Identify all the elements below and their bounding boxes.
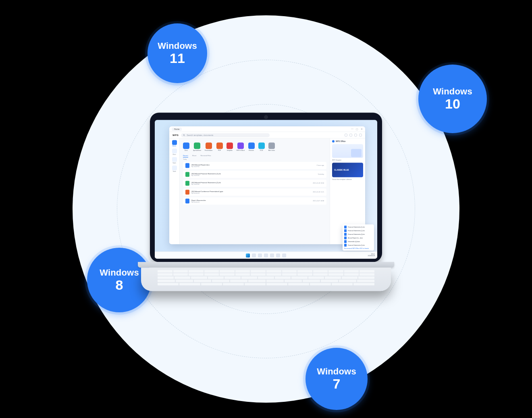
explorer-icon[interactable]: [264, 253, 268, 257]
popup-item-label: Annual Report (1)…docx: [348, 237, 363, 239]
laptop-mockup: Home — ▢ ✕ WPS Search templates, documen…: [150, 113, 382, 291]
tab-share[interactable]: Share: [192, 155, 197, 157]
quick-tile[interactable]: More tools: [268, 142, 275, 151]
popup-item-label: Financial Statements (2).xls: [348, 230, 365, 232]
file-date: 2021-12-10 11:21: [313, 191, 324, 193]
taskview-icon[interactable]: [258, 253, 262, 257]
sidebar-item-tools[interactable]: Tools: [171, 165, 178, 172]
tile-icon: [227, 142, 233, 149]
quick-tile[interactable]: Recover: [248, 142, 255, 151]
popup-item[interactable]: Financial Statements (5).xls: [344, 244, 372, 247]
tile-label: Presentation: [205, 150, 213, 151]
wps-taskbar-icon[interactable]: [282, 253, 286, 257]
store-icon[interactable]: [276, 253, 280, 257]
laptop-keyboard-deck: [141, 268, 391, 291]
recent-popup: Financial Statements (1).xlsFinancial St…: [343, 224, 374, 251]
os-label: Windows: [158, 41, 197, 50]
search-taskbar-icon[interactable]: [252, 253, 256, 257]
webcam-dot: [264, 115, 268, 119]
sidebar-item-docs[interactable]: Docs: [171, 148, 178, 155]
wps-window: Home — ▢ ✕ WPS Search templates, documen…: [169, 126, 365, 244]
edge-icon[interactable]: [270, 253, 274, 257]
tile-icon: [237, 142, 244, 149]
avatar-icon[interactable]: [359, 134, 362, 136]
file-icon: [185, 190, 189, 194]
section-label: Today: [183, 159, 326, 160]
file-path: My Cloud Files: [191, 175, 221, 176]
tile-icon: [206, 142, 212, 149]
popup-item-label: Financial Statements (3).xls: [348, 234, 365, 235]
system-clock: 09:41 2023/05/18: [368, 254, 375, 257]
quick-tile[interactable]: Template: [227, 142, 233, 151]
file-row[interactable]: 2021 Annual Financial Statements (2).xls…: [183, 180, 326, 187]
compatibility-diagram: Windows 11 Windows 10 Windows 8 Windows …: [48, 0, 484, 418]
popup-item[interactable]: Financial Statements (3).xls: [344, 233, 372, 236]
popup-item[interactable]: Annual Report (1)…docx: [344, 236, 372, 239]
search-input[interactable]: Search templates, documents: [181, 133, 270, 137]
search-placeholder: Search templates, documents: [187, 134, 213, 136]
tab-received[interactable]: Received Files: [200, 155, 211, 157]
file-date: 2021-12-07 16:08: [313, 200, 324, 202]
popup-item-label: Deliverable (4).docx: [348, 241, 360, 242]
file-list: 2021 Annual Report.docxMy Cloud Files2 h…: [183, 162, 326, 205]
file-path: My Documents: [191, 201, 206, 203]
tab-recent[interactable]: Recent: [183, 155, 188, 157]
window-close-icon[interactable]: ✕: [361, 127, 363, 130]
os-badge-windows-10: Windows 10: [418, 65, 487, 133]
bell-icon[interactable]: [345, 134, 347, 136]
file-row[interactable]: 2021 Annual Report.docxMy Cloud Files2 h…: [183, 162, 326, 169]
os-badge-windows-7: Windows 7: [305, 348, 368, 410]
quick-tile[interactable]: PDF to Word: [237, 142, 245, 151]
quick-tile[interactable]: PDF: [216, 142, 223, 151]
gear-icon[interactable]: [354, 134, 357, 136]
quick-tile[interactable]: Docs: [183, 142, 189, 151]
tile-label: OCR: [260, 150, 263, 151]
tile-icon: [183, 142, 189, 149]
app-logo: WPS: [172, 134, 179, 136]
file-icon: [185, 163, 189, 168]
popup-item[interactable]: Deliverable (4).docx: [344, 240, 372, 243]
os-label: Windows: [317, 367, 356, 376]
home-icon: [172, 140, 177, 145]
sidebar-item-home[interactable]: Home: [171, 140, 178, 147]
file-date: Yesterday: [318, 173, 324, 175]
quick-tile[interactable]: Presentation: [205, 142, 213, 151]
skin-icon[interactable]: [349, 134, 352, 136]
tile-label: Recover: [249, 150, 254, 151]
popup-item[interactable]: Financial Statements (2).xls: [344, 229, 372, 232]
dot-icon: [332, 140, 335, 142]
window-min-icon[interactable]: —: [351, 127, 353, 130]
file-icon: [185, 199, 189, 203]
folder-icon: [172, 157, 177, 162]
file-row[interactable]: 2021 Annual Conference Presentation1.ppt…: [183, 188, 326, 196]
toolbar-actions: [345, 134, 362, 136]
search-icon: [183, 134, 185, 136]
file-mini-icon: [344, 229, 347, 232]
promo-card-2[interactable]: CLASSIC BLUE: [332, 163, 363, 177]
popup-cta[interactable]: Recommend WPS Office 2021 to friends: [344, 248, 372, 249]
tile-icon: [216, 142, 223, 149]
os-version: 7: [333, 377, 341, 391]
file-row[interactable]: Rose's Resume.docMy Documents2021-12-07 …: [183, 197, 326, 205]
file-row[interactable]: 2021 Annual Financial Statements (1).xls…: [183, 171, 326, 178]
file-mini-icon: [344, 244, 347, 247]
window-tab[interactable]: Home: [172, 127, 182, 131]
quick-tile[interactable]: OCR: [258, 142, 265, 151]
file-path: My Documents: [191, 192, 223, 194]
quick-tile[interactable]: Spreadsheet: [193, 142, 201, 151]
file-path: My Cloud Files: [191, 184, 221, 185]
start-icon[interactable]: [246, 253, 250, 257]
main-content: DocsSpreadsheetPresentationPDFTemplatePD…: [180, 138, 330, 244]
file-icon: [185, 181, 189, 186]
laptop-bezel: Home — ▢ ✕ WPS Search templates, documen…: [150, 113, 382, 262]
promo-card-1[interactable]: [332, 144, 363, 158]
file-date: 2021-12-10 13:56: [313, 182, 324, 184]
window-max-icon[interactable]: ▢: [356, 127, 358, 130]
app-toolbar: WPS Search templates, documents: [169, 132, 365, 138]
os-version: 8: [116, 278, 123, 293]
sidebar-item-open[interactable]: Open: [171, 157, 178, 164]
sidebar: Home Docs Open Tools: [169, 138, 180, 244]
popup-item[interactable]: Financial Statements (1).xls: [344, 226, 372, 228]
panel-title: WPS Office: [332, 140, 363, 142]
quick-tiles: DocsSpreadsheetPresentationPDFTemplatePD…: [183, 141, 326, 154]
